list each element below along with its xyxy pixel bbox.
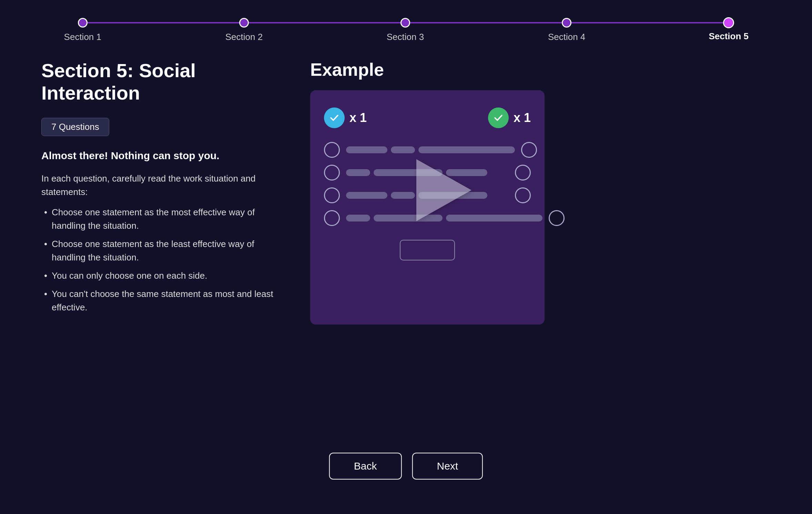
bullet-list: Choose one statement as the most effecti…	[41, 206, 283, 314]
progress-bar: Section 1 Section 2 Section 3 Section 4 …	[0, 0, 812, 39]
progress-dot-3	[400, 18, 410, 28]
radio-left-2[interactable]	[324, 165, 340, 181]
bar-group-2	[346, 169, 509, 176]
progress-step-5[interactable]: Section 5	[723, 17, 734, 28]
progress-dot-1	[78, 18, 88, 28]
bar-2a	[346, 169, 370, 176]
left-icon-label: x 1	[349, 111, 367, 125]
tagline: Almost there! Nothing can stop you.	[41, 150, 283, 162]
radio-right-3[interactable]	[515, 187, 531, 203]
back-button[interactable]: Back	[329, 453, 402, 480]
example-submit-button[interactable]	[400, 240, 455, 260]
right-icon-label: x 1	[514, 111, 531, 125]
left-panel: Section 5: Social Interaction 7 Question…	[41, 59, 283, 463]
right-icon-badge: x 1	[488, 107, 531, 128]
bullet-item-4: You can't choose the same statement as m…	[41, 287, 283, 314]
right-panel: Example x 1	[310, 59, 545, 463]
bullet-item-1: Choose one statement as the most effecti…	[41, 206, 283, 233]
bar-2b	[374, 169, 443, 176]
radio-right-2[interactable]	[515, 165, 531, 181]
questions-badge: 7 Questions	[41, 118, 109, 136]
progress-step-2[interactable]: Section 2	[239, 18, 249, 28]
bar-3a	[346, 192, 387, 199]
blue-check-icon	[324, 107, 345, 128]
table-row	[324, 165, 531, 181]
step-label-2: Section 2	[225, 32, 263, 42]
bar-4a	[346, 215, 370, 222]
bullet-item-2: Choose one statement as the least effect…	[41, 237, 283, 264]
bar-3c	[418, 192, 487, 199]
step-label-5: Section 5	[709, 31, 749, 42]
example-title: Example	[310, 59, 545, 80]
table-row	[324, 187, 531, 203]
bar-3b	[391, 192, 415, 199]
progress-dot-5	[723, 17, 734, 28]
bar-1b	[391, 146, 415, 153]
radio-left-3[interactable]	[324, 187, 340, 203]
example-bottom	[324, 240, 531, 260]
bar-group-4	[346, 215, 542, 222]
section-title: Section 5: Social Interaction	[41, 59, 283, 104]
next-button[interactable]: Next	[412, 453, 483, 480]
bar-4c	[446, 215, 542, 222]
bullet-item-3: You can only choose one on each side.	[41, 269, 283, 282]
bar-group-1	[346, 146, 515, 153]
green-check-icon	[488, 107, 509, 128]
radio-right-1[interactable]	[521, 142, 537, 158]
step-label-3: Section 3	[387, 32, 424, 42]
bar-1a	[346, 146, 387, 153]
bar-1c	[418, 146, 515, 153]
bar-4b	[374, 215, 443, 222]
progress-dot-4	[562, 18, 571, 28]
example-box: x 1 x 1	[310, 90, 545, 325]
bar-group-3	[346, 192, 509, 199]
progress-step-3[interactable]: Section 3	[400, 18, 410, 28]
progress-step-4[interactable]: Section 4	[562, 18, 571, 28]
progress-track: Section 1 Section 2 Section 3 Section 4 …	[78, 17, 734, 28]
step-label-4: Section 4	[548, 32, 585, 42]
radio-left-4[interactable]	[324, 210, 340, 226]
table-row	[324, 142, 531, 158]
question-rows	[324, 142, 531, 226]
radio-right-4[interactable]	[549, 210, 565, 226]
progress-dot-2	[239, 18, 249, 28]
radio-left-1[interactable]	[324, 142, 340, 158]
nav-buttons: Back Next	[329, 453, 483, 480]
main-content: Section 5: Social Interaction 7 Question…	[0, 39, 812, 484]
intro-text: In each question, carefully read the wor…	[41, 172, 283, 199]
table-row	[324, 210, 531, 226]
bar-2c	[446, 169, 487, 176]
step-label-1: Section 1	[64, 32, 101, 42]
left-icon-badge: x 1	[324, 107, 367, 128]
icon-row: x 1 x 1	[324, 107, 531, 128]
progress-step-1[interactable]: Section 1	[78, 18, 88, 28]
